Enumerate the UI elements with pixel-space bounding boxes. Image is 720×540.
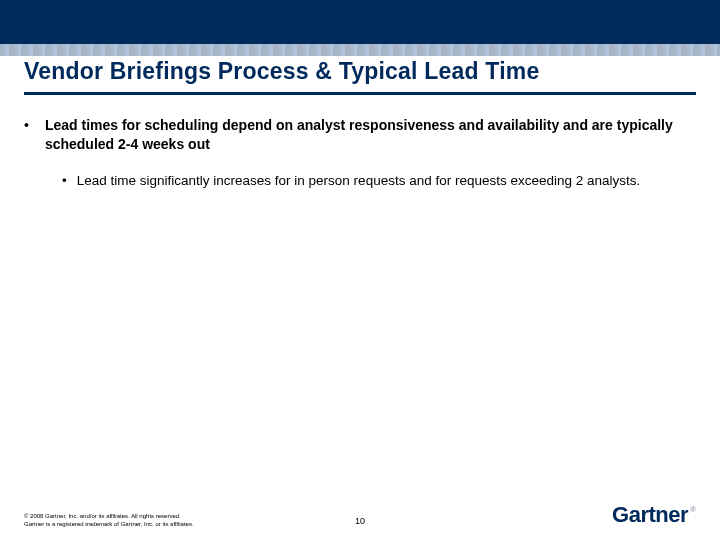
logo-text: Gartner [612, 502, 688, 528]
title-underline [24, 92, 696, 95]
bullet-dot-icon: • [24, 116, 29, 154]
logo-registered-icon: ® [690, 505, 696, 514]
footer: © 2008 Gartner, Inc. and/or its affiliat… [24, 494, 696, 528]
bullet-dot-icon: • [62, 172, 67, 190]
slide: Vendor Briefings Process & Typical Lead … [0, 0, 720, 540]
bullet-level1: • Lead times for scheduling depend on an… [24, 116, 686, 154]
gartner-logo: Gartner ® [612, 502, 696, 528]
slide-body: • Lead times for scheduling depend on an… [24, 116, 686, 190]
copyright-line1: © 2008 Gartner, Inc. and/or its affiliat… [24, 513, 194, 521]
copyright-line2: Gartner is a registered trademark of Gar… [24, 521, 194, 529]
bullet-level1-text: Lead times for scheduling depend on anal… [45, 116, 686, 154]
page-number: 10 [355, 516, 365, 526]
bullet-level2-text: Lead time significantly increases for in… [77, 172, 641, 190]
bullet-level2: • Lead time significantly increases for … [62, 172, 686, 190]
top-stripe [0, 0, 720, 44]
slide-title: Vendor Briefings Process & Typical Lead … [24, 58, 696, 85]
copyright: © 2008 Gartner, Inc. and/or its affiliat… [24, 513, 194, 528]
